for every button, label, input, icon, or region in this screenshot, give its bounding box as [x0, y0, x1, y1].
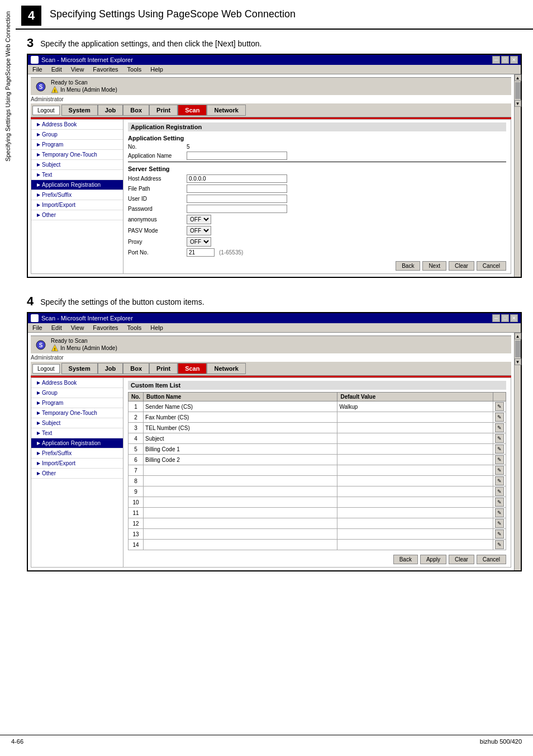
sidebar-item-text[interactable]: Text [31, 170, 123, 180]
browser-controls[interactable]: ─ □ ✕ [492, 56, 518, 64]
nav-tabs-1[interactable]: System Job Box Print Scan Network [61, 105, 246, 116]
sidebar-item-prefix[interactable]: Prefix/Suffix [31, 190, 123, 200]
browser-controls-2[interactable]: ─ □ ✕ [492, 314, 518, 322]
tab-box-1[interactable]: Box [123, 105, 149, 116]
menu-help-2[interactable]: Help [149, 324, 165, 332]
edit-icon[interactable]: ✎ [495, 402, 504, 411]
edit-icon[interactable]: ✎ [495, 445, 504, 453]
cell-edit[interactable]: ✎ [493, 497, 506, 508]
tab-print-2[interactable]: Print [149, 363, 178, 374]
next-button-1[interactable]: Next [422, 261, 446, 271]
input-appname[interactable] [187, 152, 287, 160]
scroll-thumb-1[interactable] [515, 82, 521, 99]
logout-button-1[interactable]: Logout [32, 106, 60, 115]
sidebar-item-group-2[interactable]: Group [31, 388, 123, 398]
cell-edit[interactable]: ✎ [493, 476, 506, 486]
tab-network-2[interactable]: Network [207, 363, 245, 374]
menu-tools[interactable]: Tools [126, 65, 144, 73]
cell-edit[interactable]: ✎ [493, 540, 506, 550]
back-button-2[interactable]: Back [393, 555, 418, 564]
sidebar-item-program-2[interactable]: Program [31, 398, 123, 408]
scroll-thumb-2[interactable] [515, 341, 521, 357]
browser-menubar-2[interactable]: File Edit View Favorites Tools Help [28, 323, 521, 333]
edit-icon[interactable]: ✎ [495, 455, 504, 464]
menu-edit-2[interactable]: Edit [50, 324, 64, 332]
back-button-1[interactable]: Back [396, 261, 420, 271]
cancel-button-1[interactable]: Cancel [477, 261, 506, 271]
cell-edit[interactable]: ✎ [493, 465, 506, 476]
browser-scroll-1[interactable]: ▲ ▼ [514, 74, 521, 277]
clear-button-1[interactable]: Clear [449, 261, 474, 271]
edit-icon[interactable]: ✎ [495, 413, 504, 422]
menu-favorites-2[interactable]: Favorites [91, 324, 120, 332]
select-anonymous[interactable]: OFFON [187, 215, 211, 224]
close-button-2[interactable]: ✕ [510, 314, 518, 322]
edit-icon[interactable]: ✎ [495, 530, 504, 538]
cell-edit[interactable]: ✎ [493, 486, 506, 497]
sidebar-item-other[interactable]: Other [31, 210, 123, 220]
sidebar-item-prefix-2[interactable]: Prefix/Suffix [31, 448, 123, 459]
input-password[interactable] [187, 205, 287, 213]
menu-tools-2[interactable]: Tools [126, 324, 144, 332]
sidebar-item-import[interactable]: Import/Export [31, 200, 123, 210]
clear-button-2[interactable]: Clear [449, 555, 474, 564]
sidebar-item-app-reg[interactable]: Application Registration [31, 180, 123, 190]
sidebar-item-group[interactable]: Group [31, 130, 123, 140]
maximize-button[interactable]: □ [501, 56, 509, 64]
input-host[interactable] [187, 174, 287, 183]
sidebar-item-address-book[interactable]: Address Book [31, 120, 123, 130]
edit-icon[interactable]: ✎ [495, 466, 504, 475]
minimize-button[interactable]: ─ [492, 56, 500, 64]
cell-edit[interactable]: ✎ [493, 423, 506, 433]
tab-box-2[interactable]: Box [123, 363, 149, 374]
edit-icon[interactable]: ✎ [495, 498, 504, 507]
menu-file[interactable]: File [31, 65, 44, 73]
edit-icon[interactable]: ✎ [495, 540, 504, 549]
edit-icon[interactable]: ✎ [495, 434, 504, 443]
nav-tabs-2[interactable]: System Job Box Print Scan Network [61, 363, 246, 374]
edit-icon[interactable]: ✎ [495, 519, 504, 528]
cell-edit[interactable]: ✎ [493, 508, 506, 518]
menu-edit[interactable]: Edit [50, 65, 64, 73]
browser-scroll-2[interactable]: ▲ ▼ [514, 333, 521, 570]
tab-network-1[interactable]: Network [207, 105, 245, 116]
sidebar-item-subject-2[interactable]: Subject [31, 418, 123, 428]
scroll-up-1[interactable]: ▲ [515, 74, 521, 81]
scroll-up-2[interactable]: ▲ [515, 333, 521, 339]
sidebar-item-address-book-2[interactable]: Address Book [31, 378, 123, 388]
scroll-down-1[interactable]: ▼ [515, 100, 521, 107]
tab-job-1[interactable]: Job [98, 105, 123, 116]
sidebar-item-temporary[interactable]: Temporary One-Touch [31, 150, 123, 160]
select-proxy[interactable]: OFFON [187, 237, 211, 247]
edit-icon[interactable]: ✎ [495, 508, 504, 517]
tab-scan-1[interactable]: Scan [178, 105, 207, 116]
minimize-button-2[interactable]: ─ [492, 314, 500, 322]
maximize-button-2[interactable]: □ [501, 314, 509, 322]
cell-edit[interactable]: ✎ [493, 529, 506, 540]
cancel-button-2[interactable]: Cancel [477, 555, 506, 564]
sidebar-item-import-2[interactable]: Import/Export [31, 459, 123, 469]
sidebar-item-text-2[interactable]: Text [31, 428, 123, 438]
menu-file-2[interactable]: File [31, 324, 44, 332]
tab-system-2[interactable]: System [61, 363, 98, 374]
menu-favorites[interactable]: Favorites [91, 65, 120, 73]
sidebar-item-app-reg-2[interactable]: Application Registration [31, 438, 123, 448]
input-port[interactable] [187, 248, 215, 257]
sidebar-2[interactable]: Address Book Group Program Temporary One… [31, 378, 123, 567]
edit-icon[interactable]: ✎ [495, 487, 504, 496]
browser-menubar-1[interactable]: File Edit View Favorites Tools Help [28, 65, 521, 74]
edit-icon[interactable]: ✎ [495, 423, 504, 432]
cell-edit[interactable]: ✎ [493, 433, 506, 444]
sidebar-item-program[interactable]: Program [31, 140, 123, 150]
tab-print-1[interactable]: Print [149, 105, 178, 116]
menu-view-2[interactable]: View [69, 324, 86, 332]
menu-help[interactable]: Help [149, 65, 165, 73]
sidebar-item-other-2[interactable]: Other [31, 469, 123, 479]
sidebar-item-temporary-2[interactable]: Temporary One-Touch [31, 408, 123, 418]
cell-edit[interactable]: ✎ [493, 518, 506, 529]
sidebar-item-subject[interactable]: Subject [31, 160, 123, 170]
apply-button-2[interactable]: Apply [420, 555, 446, 564]
edit-icon[interactable]: ✎ [495, 476, 504, 485]
input-userid[interactable] [187, 195, 287, 203]
cell-edit[interactable]: ✎ [493, 412, 506, 423]
